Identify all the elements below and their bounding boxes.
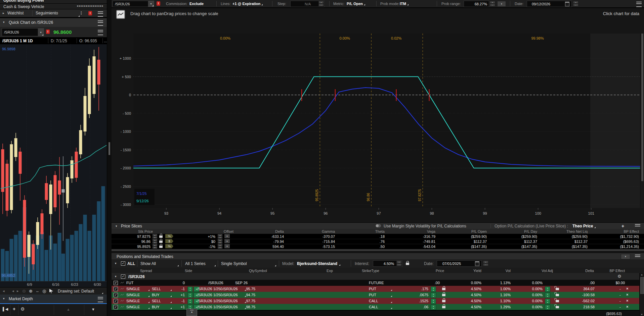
- quick-chart-collapse-icon[interactable]: ▾: [3, 20, 5, 24]
- interest-stepper[interactable]: +−: [396, 261, 402, 266]
- positions-scrollbar[interactable]: ▲ ▼: [639, 273, 644, 316]
- voladj-cell[interactable]: 0.00%: [532, 305, 543, 309]
- slice-stk-price[interactable]: 97.8275: [137, 234, 151, 239]
- price-cell[interactable]: .0675: [419, 293, 428, 297]
- group-collapse-icon[interactable]: ▾: [115, 275, 117, 278]
- remove-row-button[interactable]: ×: [626, 305, 628, 309]
- voladj-unlock-icon[interactable]: [556, 300, 559, 302]
- slice-offset-type-badge[interactable]: $: [165, 239, 173, 243]
- main-symbol-combo[interactable]: /SR3U26 ▾: [113, 1, 154, 7]
- step-left-icon[interactable]: ◂: [12, 289, 14, 293]
- price-lock-icon[interactable]: [442, 306, 445, 308]
- slice-stk-price[interactable]: 95.8925: [137, 245, 151, 249]
- slice-price-stepper[interactable]: ▴▾: [153, 239, 157, 243]
- side-cell[interactable]: SELL: [152, 299, 172, 303]
- slice-offset-value[interactable]: -1%: [209, 245, 215, 249]
- risk-profile-chart[interactable]: + 1000+ 5000- 500- 1000- 1500- 2000- 250…: [112, 20, 644, 221]
- price-lock-icon[interactable]: [442, 288, 445, 290]
- qty-stepper[interactable]: ▴▾: [187, 286, 193, 292]
- candlestick-chart[interactable]: 96.9898 96.4852: [0, 44, 107, 281]
- interest-input[interactable]: 4.50% +−: [373, 260, 402, 267]
- main-symbol-dropdown-icon[interactable]: ▾: [148, 1, 154, 7]
- slice-offset-value[interactable]: +1%: [208, 234, 215, 239]
- cursor-tool-icon[interactable]: [49, 289, 53, 293]
- scroll-to-top-button[interactable]: ▴: [186, 309, 197, 316]
- series-selector[interactable]: All 1 Series: [185, 261, 216, 267]
- toolbar-menu-icon[interactable]: [636, 2, 642, 7]
- pan-left-icon[interactable]: ◂: [3, 289, 5, 293]
- row-checkbox[interactable]: ✓: [114, 287, 118, 291]
- qty-cell[interactable]: -1: [181, 299, 185, 303]
- symbol-cell[interactable]: /SR3U26 1/250...: [197, 305, 225, 309]
- slice-offset-dropdown-icon[interactable]: ▾: [224, 234, 230, 238]
- symbol-cell[interactable]: /SR3U26 1/250...: [197, 299, 225, 303]
- positions-date-stepper[interactable]: +−: [483, 261, 488, 266]
- spread-cell[interactable]: SINGLE: [126, 299, 150, 303]
- divider-handle[interactable]: [109, 142, 110, 155]
- add-icon[interactable]: +: [13, 306, 15, 312]
- group-gear-icon[interactable]: ⚙: [617, 274, 621, 279]
- qty-cell[interactable]: +1: [180, 293, 185, 297]
- price-slices-collapse-icon[interactable]: ▾: [116, 224, 117, 228]
- voladj-unlock-icon[interactable]: [556, 288, 559, 290]
- exp-strike-cell[interactable]: 98.75: [246, 305, 255, 309]
- exp-strike-cell[interactable]: 95.75: [246, 287, 255, 291]
- qty-cell[interactable]: -1: [181, 287, 185, 291]
- exp-strike-cell[interactable]: 97.75: [246, 299, 255, 303]
- watchlist-sort-icon[interactable]: ▴▾: [81, 10, 82, 15]
- price-cell[interactable]: .175: [421, 287, 428, 291]
- chart-mode-icon[interactable]: [116, 10, 125, 19]
- row-checkbox[interactable]: ✓: [114, 305, 118, 309]
- add-slice-button[interactable]: +: [621, 223, 624, 229]
- date-input[interactable]: 09/12/2026: [527, 1, 572, 7]
- section-resize-divider[interactable]: [112, 250, 644, 251]
- main-symbol-alert-badge[interactable]: !: [157, 1, 160, 6]
- sidebar-symbol-dropdown-icon[interactable]: ▾: [38, 29, 44, 36]
- linked-symbol-cell[interactable]: /SR3U26: [223, 305, 246, 309]
- symbol-mode-selector[interactable]: Single Symbol: [221, 261, 276, 267]
- symbol-cell[interactable]: /SR3U26 1/250...: [197, 293, 225, 297]
- scrollbar-up-icon[interactable]: ▲: [641, 273, 643, 276]
- watchlist-alert-badge[interactable]: !: [88, 11, 92, 15]
- price-cell[interactable]: .1525: [419, 299, 428, 303]
- slice-offset-type-badge[interactable]: %: [165, 244, 173, 248]
- price-cell[interactable]: .00: [435, 281, 440, 285]
- exp-strike-cell[interactable]: SEP 26: [235, 281, 248, 285]
- side-cell[interactable]: SELL: [152, 287, 172, 291]
- step-input[interactable]: N/A +−: [290, 1, 325, 7]
- go-first-icon[interactable]: ▌◀: [3, 307, 8, 311]
- scrollbar-down-icon[interactable]: ▼: [641, 313, 643, 316]
- expand-horizontal-icon[interactable]: ↔: [36, 289, 39, 293]
- slice-offset-stepper[interactable]: ▴▾: [218, 239, 222, 243]
- voladj-cell[interactable]: 0.00%: [532, 293, 543, 297]
- positions-group-row[interactable]: ▾ ✓ /SR3U26 ⚙: [112, 273, 644, 280]
- group-checkbox[interactable]: ✓: [121, 274, 125, 279]
- linked-symbol-cell[interactable]: /SR3U26: [223, 293, 246, 297]
- side-cell[interactable]: BUY: [152, 305, 172, 309]
- opl-calc-value[interactable]: Theo Price: [572, 224, 596, 228]
- prob-mode-value[interactable]: ITM: [400, 2, 409, 6]
- voladj-cell[interactable]: 0.00%: [532, 299, 543, 303]
- watchlist-label[interactable]: Watchlist: [7, 11, 24, 15]
- prob-range-input[interactable]: 68.27%: [464, 1, 489, 7]
- watchlist-menu-icon[interactable]: [98, 11, 103, 17]
- qty-stepper[interactable]: ▴▾: [187, 299, 193, 304]
- linked-symbol-cell[interactable]: /SR3U26: [223, 287, 246, 291]
- slice-offset-dropdown-icon[interactable]: ▾: [224, 239, 230, 243]
- metric-value[interactable]: P/L Open: [347, 2, 366, 6]
- side-cell[interactable]: BUY: [152, 293, 172, 297]
- slice-lock-icon[interactable]: [159, 235, 163, 238]
- slice-offset-dropdown-icon[interactable]: ▾: [224, 244, 230, 248]
- sidebar-symbol-alert-badge[interactable]: !: [46, 30, 50, 34]
- type-cell[interactable]: FUTURE: [369, 281, 392, 285]
- slice-lock-icon[interactable]: [159, 246, 163, 248]
- type-cell[interactable]: CALL: [369, 299, 392, 303]
- qty-cell[interactable]: 0: [183, 281, 185, 285]
- positions-collapse-icon[interactable]: ▾: [115, 262, 117, 265]
- symbol-cell[interactable]: /SR3U26 1/250...: [197, 287, 225, 291]
- voladj-cell[interactable]: 0.00%: [532, 281, 543, 285]
- type-cell[interactable]: PUT: [369, 287, 392, 291]
- scroll-up-icon[interactable]: ▲: [67, 307, 70, 311]
- voladj-unlock-icon[interactable]: [556, 306, 559, 308]
- spread-cell[interactable]: FUT: [126, 281, 150, 285]
